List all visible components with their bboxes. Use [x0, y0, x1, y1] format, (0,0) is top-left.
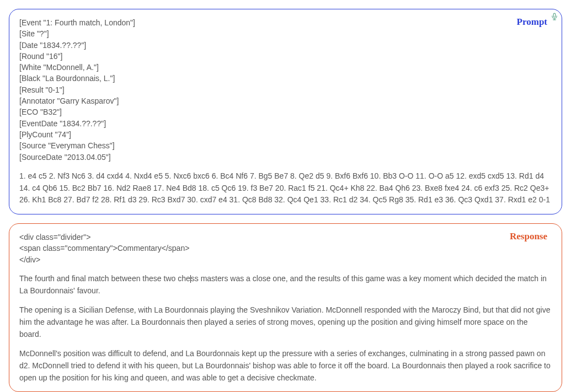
prompt-card: Prompt [Event "1: Fourth match, London"]…: [9, 9, 562, 214]
pgn-header-line: [SourceDate "2013.04.05"]: [19, 152, 552, 163]
pgn-header-line: [Annotator "Garry Kasparov"]: [19, 95, 552, 106]
code-line: <div class="divider">: [19, 232, 552, 243]
response-card: Response <div class="divider"> <span cla…: [9, 223, 562, 392]
code-line: </div>: [19, 254, 552, 265]
code-line: <span class="commentary">Commentary</spa…: [19, 243, 552, 254]
response-paragraph[interactable]: McDonnell's position was difficult to de…: [19, 348, 552, 384]
svg-rect-0: [553, 13, 556, 17]
pgn-header-line: [Result "0-1"]: [19, 84, 552, 95]
pgn-header-line: [Site "?"]: [19, 28, 552, 39]
response-code-block: <div class="divider"> <span class="comme…: [19, 232, 552, 265]
pgn-header-line: [Round "16"]: [19, 51, 552, 62]
pgn-header-line: [Black "La Bourdonnais, L."]: [19, 73, 552, 84]
pgn-header-line: [White "McDonnell, A."]: [19, 62, 552, 73]
prompt-label: Prompt: [517, 15, 547, 29]
pgn-header-line: [Event "1: Fourth match, London"]: [19, 17, 552, 28]
response-paragraph[interactable]: The opening is a Sicilian Defense, with …: [19, 304, 552, 340]
pgn-header: [Event "1: Fourth match, London"] [Site …: [19, 17, 552, 163]
pgn-moves: 1. e4 c5 2. Nf3 Nc6 3. d4 cxd4 4. Nxd4 e…: [19, 170, 552, 206]
pgn-header-line: [PlyCount "74"]: [19, 129, 552, 140]
microphone-icon[interactable]: [551, 13, 558, 20]
pgn-header-line: [EventDate "1834.??.??"]: [19, 118, 552, 129]
pgn-header-line: [Date "1834.??.??"]: [19, 40, 552, 51]
pgn-header-line: [Source "Everyman Chess"]: [19, 140, 552, 151]
text-before-cursor: The fourth and final match between these…: [19, 274, 190, 283]
response-label: Response: [510, 229, 547, 244]
pgn-header-line: [ECO "B32"]: [19, 106, 552, 117]
response-paragraph[interactable]: The fourth and final match between these…: [19, 273, 552, 297]
